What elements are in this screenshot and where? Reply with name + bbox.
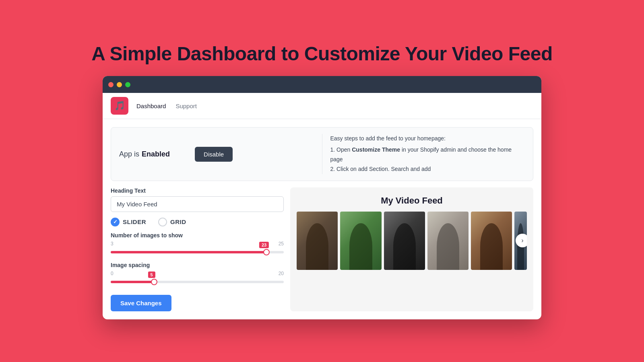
spacing-badge: 5 bbox=[148, 272, 155, 278]
app-is-label: App is bbox=[119, 150, 139, 158]
images-count-min: 3 bbox=[111, 241, 114, 247]
status-left: App is Enabled Disable bbox=[119, 147, 314, 162]
disable-button[interactable]: Disable bbox=[195, 147, 233, 162]
traffic-light-green[interactable] bbox=[125, 82, 130, 87]
preview-heading: My Video Feed bbox=[297, 195, 527, 206]
heading-text-field: Heading Text bbox=[111, 187, 284, 212]
grid-label: GRID bbox=[170, 218, 186, 225]
spacing-track-container: 5 bbox=[111, 278, 284, 286]
images-count-thumb[interactable]: 23 bbox=[263, 249, 270, 255]
spacing-thumb[interactable]: 5 bbox=[151, 279, 157, 285]
radio-group: SLIDER GRID bbox=[111, 218, 284, 226]
slider-radio[interactable] bbox=[111, 218, 120, 226]
bottom-section: Heading Text SLIDER GRID Numb bbox=[111, 187, 533, 311]
next-arrow[interactable]: › bbox=[516, 234, 527, 247]
person-5 bbox=[480, 223, 503, 270]
video-thumb-3[interactable] bbox=[384, 212, 425, 270]
person-2 bbox=[349, 223, 372, 270]
video-thumb-2[interactable] bbox=[340, 212, 381, 270]
video-thumb-1[interactable] bbox=[297, 212, 338, 270]
nav-links: Dashboard Support bbox=[136, 101, 197, 111]
browser-titlebar bbox=[103, 76, 541, 93]
settings-panel: Heading Text SLIDER GRID Numb bbox=[111, 187, 284, 311]
image-spacing-slider-section: Image spacing 0 20 5 bbox=[111, 262, 284, 286]
traffic-light-red[interactable] bbox=[108, 82, 114, 87]
browser-window: 🎵 Dashboard Support App is Enabled Disab… bbox=[103, 76, 541, 319]
heading-text-input[interactable] bbox=[111, 196, 284, 212]
nav-support[interactable]: Support bbox=[175, 101, 197, 111]
logo-icon: 🎵 bbox=[114, 101, 125, 111]
images-count-label: Number of images to show bbox=[111, 232, 284, 239]
grid-option[interactable]: GRID bbox=[158, 218, 186, 226]
spacing-track: 5 bbox=[111, 281, 284, 283]
enabled-label: Enabled bbox=[142, 150, 170, 158]
traffic-light-yellow[interactable] bbox=[117, 82, 122, 87]
person-4 bbox=[437, 223, 459, 270]
nav-bar: 🎵 Dashboard Support bbox=[103, 93, 541, 119]
person-1 bbox=[306, 223, 328, 270]
images-count-max: 25 bbox=[279, 241, 284, 247]
slider-option[interactable]: SLIDER bbox=[111, 218, 146, 226]
images-count-badge: 23 bbox=[259, 242, 269, 248]
spacing-min: 0 bbox=[111, 271, 114, 276]
save-button[interactable]: Save Changes bbox=[111, 295, 171, 311]
nav-dashboard[interactable]: Dashboard bbox=[136, 101, 166, 111]
main-content: App is Enabled Disable Easy steps to add… bbox=[103, 119, 541, 319]
spacing-label: Image spacing bbox=[111, 262, 284, 268]
images-count-range: 3 25 bbox=[111, 241, 284, 247]
spacing-fill bbox=[111, 281, 154, 283]
step1-bold: Customize Theme bbox=[352, 146, 400, 153]
spacing-max: 20 bbox=[279, 271, 284, 276]
step1-prefix: 1. Open bbox=[330, 146, 352, 153]
preview-panel: My Video Feed bbox=[290, 187, 533, 311]
info-step2: 2. Click on add Section. Search and add bbox=[330, 165, 525, 174]
page-title: A Simple Dashboard to Customize Your Vid… bbox=[91, 43, 553, 65]
heading-text-label: Heading Text bbox=[111, 187, 284, 194]
video-grid: › bbox=[297, 212, 527, 270]
images-count-track: 23 bbox=[111, 251, 284, 253]
video-thumb-4[interactable] bbox=[427, 212, 469, 270]
info-step1: 1. Open Customize Theme in your Shopify … bbox=[330, 145, 525, 165]
status-bar: App is Enabled Disable Easy steps to add… bbox=[111, 127, 533, 181]
info-panel: Easy steps to add the feed to your homep… bbox=[322, 134, 525, 174]
spacing-range: 0 20 bbox=[111, 271, 284, 276]
images-count-fill bbox=[111, 251, 266, 253]
images-count-track-container: 23 bbox=[111, 248, 284, 256]
images-count-slider-section: Number of images to show 3 25 23 bbox=[111, 232, 284, 256]
grid-radio[interactable] bbox=[158, 218, 167, 226]
video-thumb-5[interactable] bbox=[471, 212, 512, 270]
info-title: Easy steps to add the feed to your homep… bbox=[330, 134, 525, 144]
app-logo: 🎵 bbox=[111, 97, 128, 115]
slider-label: SLIDER bbox=[123, 218, 146, 225]
person-3 bbox=[393, 223, 416, 270]
